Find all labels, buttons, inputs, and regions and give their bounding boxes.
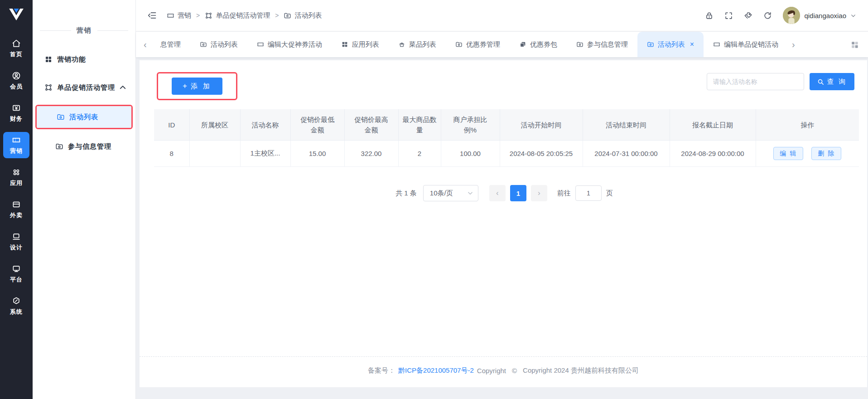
submenu-title: 营销 <box>40 26 128 35</box>
ticket-icon <box>713 41 720 48</box>
search-icon <box>817 78 824 85</box>
cell-actions: 编 辑 删 除 <box>756 141 859 167</box>
cell-min-price: 15.00 <box>290 141 344 167</box>
icp-label: 备案号： <box>368 366 395 375</box>
rail-item-member[interactable]: 会员 <box>3 68 29 94</box>
cell-max-items: 2 <box>398 141 441 167</box>
lock-icon[interactable] <box>705 11 714 20</box>
rail-item-platform[interactable]: 平台 <box>3 261 29 287</box>
chevron-down-icon <box>467 190 473 196</box>
menu-item-marketing-functions[interactable]: 营销功能 <box>33 49 135 70</box>
username: qidiangaoxiao <box>804 12 846 19</box>
topbar-actions: qidiangaoxiao <box>705 7 856 24</box>
table-row: 8 1主校区... 15.00 322.00 2 100.00 2024-08-… <box>154 141 859 167</box>
col-min-price: 促销价最低金额 <box>290 109 344 141</box>
delete-button[interactable]: 删 除 <box>811 147 841 160</box>
page-size-select[interactable]: 10条/页 <box>423 185 478 201</box>
rail-item-home[interactable]: 首页 <box>3 35 29 62</box>
annotation-box-activity-list: 活动列表 <box>35 105 133 129</box>
tab-item-4[interactable]: 菜品列表 <box>389 32 446 57</box>
cell-campus <box>189 141 240 167</box>
rail-item-takeout[interactable]: 外卖 <box>3 196 29 223</box>
copyright-icon: © <box>512 367 517 375</box>
edit-button[interactable]: 编 辑 <box>773 147 803 160</box>
tab-item-8-active[interactable]: 活动列表 × <box>637 32 704 57</box>
add-button[interactable]: + 添 加 <box>172 78 222 95</box>
cell-signup-deadline: 2024-08-29 00:00:00 <box>670 141 756 167</box>
divider <box>40 30 71 31</box>
folder-activity-icon <box>55 142 63 151</box>
prev-page-button[interactable]: ‹ <box>489 185 506 201</box>
finance-icon <box>12 103 21 112</box>
platform-icon <box>12 264 21 273</box>
copyright-text: Copyright 2024 贵州越前科技有限公司 <box>523 366 639 375</box>
cell-merchant-ratio: 100.00 <box>441 141 500 167</box>
member-icon <box>12 71 21 80</box>
search-input[interactable] <box>707 73 804 90</box>
tab-item-7[interactable]: 参与信息管理 <box>567 32 637 57</box>
toolbar-search-group: 查 询 <box>707 72 854 90</box>
avatar <box>783 7 800 24</box>
tab-item-9[interactable]: 编辑单品促销活动 <box>704 32 788 57</box>
goto-page-group: 前往 页 <box>557 185 613 201</box>
breadcrumb-item-single-promo[interactable]: 单品促销活动管理 <box>205 11 270 20</box>
tab-close-icon[interactable]: × <box>690 40 694 49</box>
tabs-scroll-left-icon[interactable]: ‹ <box>140 32 151 57</box>
menu-item-participation-info[interactable]: 参与信息管理 <box>33 136 135 157</box>
table-header-row: ID 所属校区 活动名称 促销价最低金额 促销价最高金额 最大商品数量 商户承担… <box>154 109 859 141</box>
sidebar-collapse-icon[interactable] <box>148 11 157 20</box>
icp-link[interactable]: 黔ICP备2021005707号-2 <box>398 366 474 375</box>
col-merchant-ratio: 商户承担比例% <box>441 109 500 141</box>
goto-page-input[interactable] <box>575 185 602 201</box>
goto-label: 前往 <box>557 189 571 198</box>
chevron-up-icon <box>119 83 127 92</box>
menu-item-activity-list[interactable]: 活动列表 <box>37 106 131 128</box>
breadcrumb-separator: > <box>196 12 200 19</box>
user-menu[interactable]: qidiangaoxiao <box>783 7 856 24</box>
tags-icon[interactable] <box>744 11 752 20</box>
menu-item-single-promo-management[interactable]: 单品促销活动管理 <box>33 77 135 98</box>
rail-item-marketing[interactable]: 营销 <box>3 132 29 158</box>
secondary-sidebar: 营销 营销功能 单品促销活动管理 活动列表 参与信息管理 <box>33 0 136 399</box>
fullscreen-icon[interactable] <box>724 11 733 20</box>
rail-item-finance[interactable]: 财务 <box>3 100 29 126</box>
divider <box>97 30 129 31</box>
breadcrumb-item-activity-list[interactable]: 活动列表 <box>284 11 322 20</box>
breadcrumb-item-marketing[interactable]: 营销 <box>167 11 191 20</box>
tab-item-0[interactable]: 息管理 <box>151 32 190 57</box>
home-icon <box>12 39 21 48</box>
tab-item-3[interactable]: 应用列表 <box>332 32 389 57</box>
col-end-time: 活动结束时间 <box>583 109 670 141</box>
tabs-scroll-right-icon[interactable]: › <box>788 32 799 57</box>
folder-activity-icon <box>200 41 207 48</box>
tab-item-1[interactable]: 活动列表 <box>190 32 247 57</box>
content-card: + 添 加 查 询 <box>140 60 867 387</box>
tab-options-grid-icon[interactable] <box>848 32 862 57</box>
next-page-button[interactable]: › <box>531 185 547 201</box>
logo-v-icon <box>9 8 24 21</box>
cell-max-price: 322.00 <box>344 141 398 167</box>
tab-item-6[interactable]: 优惠券包 <box>510 32 567 57</box>
rail-item-apps[interactable]: 应用 <box>3 164 29 190</box>
tab-item-2[interactable]: 编辑大促神券活动 <box>247 32 332 57</box>
toolbar: + 添 加 查 询 <box>154 72 854 100</box>
brand-logo[interactable] <box>7 5 25 24</box>
takeout-icon <box>12 200 21 209</box>
folder-activity-icon <box>647 41 654 48</box>
plus-icon: + <box>183 82 187 91</box>
search-button[interactable]: 查 询 <box>810 73 854 90</box>
rail-item-system[interactable]: 系统 <box>3 293 29 319</box>
breadcrumb: 营销 > 单品促销活动管理 > 活动列表 <box>167 11 322 20</box>
rail-item-design[interactable]: 设计 <box>3 229 29 255</box>
col-campus: 所属校区 <box>189 109 240 141</box>
grid-icon <box>44 55 53 63</box>
col-max-items: 最大商品数量 <box>398 109 441 141</box>
folder-activity-icon <box>57 113 65 121</box>
tab-item-5[interactable]: 优惠券管理 <box>446 32 510 57</box>
col-max-price: 促销价最高金额 <box>344 109 398 141</box>
promo-nodes-icon <box>44 83 53 92</box>
cell-end-time: 2024-07-31 00:00:00 <box>583 141 670 167</box>
refresh-icon[interactable] <box>763 11 772 20</box>
page-1-button[interactable]: 1 <box>510 185 526 201</box>
content-area: + 添 加 查 询 <box>136 57 868 399</box>
